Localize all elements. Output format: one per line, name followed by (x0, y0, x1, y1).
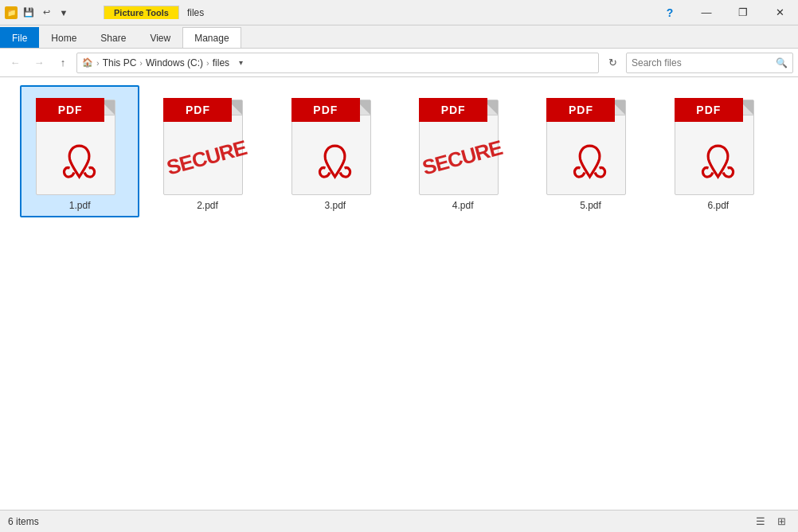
pdf-icon-wrap: PDF (291, 92, 379, 195)
pdf-banner: PDF (291, 98, 360, 122)
forward-btn[interactable]: → (29, 53, 49, 73)
status-bar: 6 items ☰ ⊞ (0, 510, 798, 532)
file-name: 2.pdf (197, 200, 218, 211)
acrobat-icon (696, 139, 740, 189)
address-path[interactable]: 🏠 › This PC › Windows (C:) › files ▾ (76, 53, 599, 73)
search-icon[interactable]: 🔍 (776, 57, 788, 68)
tab-view[interactable]: View (138, 27, 182, 48)
file-item[interactable]: PDF 5.pdf (530, 85, 650, 217)
title-bar-left: 📁 💾 ↩ ▼ (0, 5, 72, 21)
main-content: PDF 1.pdf PDF SECURE 2.pdf PDF (0, 77, 798, 510)
tab-home[interactable]: Home (39, 27, 88, 48)
acrobat-icon (58, 139, 102, 189)
large-icons-view-btn[interactable]: ⊞ (773, 513, 790, 530)
path-sep-2: › (139, 58, 143, 68)
pdf-banner: PDF (675, 98, 743, 122)
tab-share[interactable]: Share (88, 27, 138, 48)
app-icon: 📁 (5, 6, 18, 19)
file-name: 3.pdf (324, 200, 346, 211)
acrobat-icon (569, 139, 612, 189)
quick-access: 💾 ↩ ▼ (21, 5, 72, 21)
search-box: 🔍 (626, 53, 793, 73)
pdf-icon-wrap: PDF SECURE (163, 92, 251, 195)
ribbon-tabs: File Home Share View Manage (0, 25, 798, 48)
window-title: files (187, 7, 204, 18)
tab-manage[interactable]: Manage (182, 27, 241, 48)
pdf-icon-wrap: PDF (546, 92, 634, 195)
pdf-banner: PDF (419, 98, 487, 122)
close-btn[interactable]: ✕ (761, 0, 798, 25)
title-bar-title: Picture Tools files (72, 6, 651, 19)
tab-file[interactable]: File (0, 27, 39, 48)
file-name: 1.pdf (69, 200, 91, 211)
path-home-icon: 🏠 (82, 57, 93, 68)
quick-undo-btn[interactable]: ↩ (38, 5, 54, 21)
search-input[interactable] (632, 57, 773, 68)
quick-menu-btn[interactable]: ▼ (56, 5, 72, 21)
acrobat-icon (313, 139, 357, 189)
details-view-btn[interactable]: ☰ (752, 513, 769, 530)
path-sep-3: › (206, 58, 209, 68)
help-btn[interactable]: ? (651, 0, 688, 25)
address-bar: ← → ↑ 🏠 › This PC › Windows (C:) › files… (0, 49, 798, 77)
file-name: 6.pdf (707, 200, 729, 211)
path-thispc: This PC (103, 57, 137, 68)
pdf-icon-wrap: PDF (36, 92, 123, 195)
file-item[interactable]: PDF SECURE 2.pdf (147, 85, 267, 217)
path-folder: files (213, 57, 229, 68)
pdf-icon-wrap: PDF (675, 92, 762, 195)
address-dropdown-btn[interactable]: ▾ (233, 53, 248, 73)
item-count: 6 items (8, 516, 39, 527)
restore-btn[interactable]: ❐ (725, 0, 761, 25)
file-item[interactable]: PDF 1.pdf (20, 85, 139, 217)
file-name: 5.pdf (580, 200, 601, 211)
up-btn[interactable]: ↑ (53, 53, 73, 73)
pdf-banner: PDF (36, 98, 104, 122)
file-item[interactable]: PDF 6.pdf (659, 85, 778, 217)
picture-tools-label: Picture Tools (104, 6, 179, 19)
view-buttons: ☰ ⊞ (752, 513, 790, 530)
pdf-icon-wrap: PDF SECURE (419, 92, 507, 195)
minimize-btn[interactable]: — (688, 0, 725, 25)
title-bar: 📁 💾 ↩ ▼ Picture Tools files ? — ❐ ✕ (0, 0, 798, 25)
path-drive: Windows (C:) (146, 57, 203, 68)
pdf-banner: PDF (163, 98, 232, 122)
file-item[interactable]: PDF SECURE 4.pdf (403, 85, 522, 217)
back-btn[interactable]: ← (5, 53, 25, 73)
file-grid: PDF 1.pdf PDF SECURE 2.pdf PDF (16, 85, 782, 217)
path-sep-1: › (96, 58, 100, 68)
ribbon: File Home Share View Manage (0, 25, 798, 49)
pdf-banner: PDF (546, 98, 615, 122)
file-name: 4.pdf (452, 200, 474, 211)
refresh-btn[interactable]: ↻ (602, 53, 623, 73)
window-controls: ? — ❐ ✕ (651, 0, 798, 25)
file-item[interactable]: PDF 3.pdf (276, 85, 395, 217)
quick-save-btn[interactable]: 💾 (21, 5, 37, 21)
